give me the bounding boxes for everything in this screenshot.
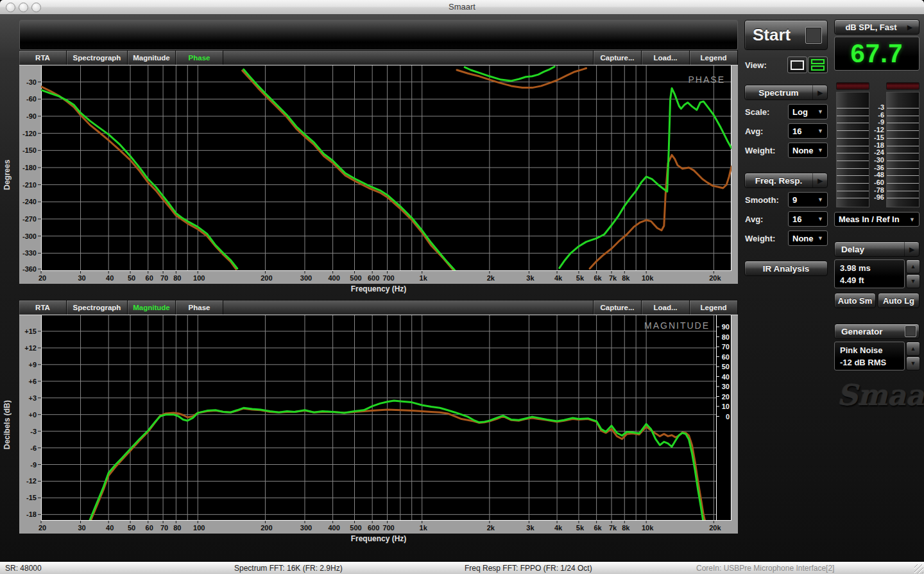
spectrum-avg-select[interactable]: 16 ▼: [788, 123, 828, 139]
single-view-button[interactable]: [787, 57, 807, 73]
tab-rta[interactable]: RTA: [19, 51, 67, 65]
tab-spectrograph[interactable]: Spectrograph: [67, 300, 128, 315]
freq-resp-smooth-select[interactable]: 9 ▼: [788, 192, 828, 207]
generator-level-value: -12 dB RMS: [840, 356, 899, 369]
meter-scale-label: -6: [869, 111, 884, 119]
svg-text:2k: 2k: [487, 274, 495, 282]
svg-text:+0: +0: [28, 411, 37, 419]
meter-tick: [837, 146, 869, 146]
legend-button[interactable]: Legend: [690, 300, 738, 315]
svg-text:70: 70: [160, 524, 168, 532]
svg-text:400: 400: [328, 274, 339, 282]
svg-text:2k: 2k: [487, 524, 495, 532]
tab-rta[interactable]: RTA: [19, 300, 67, 315]
auto-small-label: Auto Sm: [835, 296, 875, 306]
legend-button[interactable]: Legend: [690, 51, 738, 65]
svg-text:50: 50: [128, 524, 135, 532]
generator-signal-value: Pink Noise: [840, 344, 899, 356]
delay-decrement-button[interactable]: ▼: [906, 274, 920, 288]
delay-increment-button[interactable]: ▲: [906, 259, 920, 274]
svg-text:30: 30: [722, 383, 730, 390]
resize-grip-icon[interactable]: [914, 564, 923, 573]
freq-resp-weight-select[interactable]: None ▼: [788, 230, 828, 246]
freq-resp-smooth-value: 9: [792, 195, 817, 205]
svg-text:40: 40: [106, 524, 114, 532]
meter-tick: [837, 108, 869, 109]
meter-scale-label: -60: [869, 178, 884, 186]
meter-tick: [887, 168, 919, 169]
spl-mode-button[interactable]: dB SPL, Fast ▶: [834, 19, 920, 35]
svg-text:40: 40: [106, 274, 114, 282]
meter-tick: [837, 138, 869, 139]
tab-phase[interactable]: Phase: [176, 300, 223, 315]
spl-value: 67.7: [851, 48, 903, 60]
magnitude-chart[interactable]: +15+12+9+6+3+0-3-6-9-12-15-1820304050607…: [19, 315, 738, 534]
freq-resp-avg-select[interactable]: 16 ▼: [788, 211, 828, 227]
ir-analysis-button[interactable]: IR Analysis: [744, 261, 828, 276]
meter-scale-label: -48: [869, 171, 884, 178]
spectrum-weight-label: Weight:: [745, 146, 775, 155]
meter-tick: [887, 108, 919, 109]
phase-x-axis-title: Frequency (Hz): [19, 284, 738, 296]
svg-text:7k: 7k: [609, 524, 617, 532]
delay-flyout-arrow-icon: ▶: [904, 242, 919, 256]
tab-magnitude[interactable]: Magnitude: [128, 51, 176, 65]
magnitude-pane: RTASpectrographMagnitudePhaseCapture...L…: [19, 300, 738, 546]
phase-pane-header: [19, 20, 738, 50]
delay-header-label: Delay: [835, 245, 904, 254]
meter-scale-label: -24: [869, 148, 884, 156]
svg-text:-360: -360: [22, 265, 37, 273]
svg-text:20: 20: [38, 524, 46, 532]
generator-on-indicator[interactable]: [905, 326, 916, 337]
input-select[interactable]: Meas In / Ref In ▼: [834, 212, 920, 227]
generator-header-button[interactable]: Generator: [834, 324, 920, 339]
dual-view-button[interactable]: [808, 57, 828, 73]
title-bar: Smaart: [0, 0, 924, 15]
generator-decrement-button[interactable]: ▼: [906, 356, 920, 370]
generator-increment-button[interactable]: ▲: [906, 342, 920, 356]
svg-text:-180: -180: [22, 164, 37, 171]
smaart-window: Smaart Degrees Decibels (dB) RTASpectrog…: [0, 0, 924, 574]
spectrum-scale-value: Log: [792, 107, 817, 117]
load--button[interactable]: Load...: [642, 300, 690, 315]
auto-large-button[interactable]: Auto Lg: [878, 293, 920, 308]
meter-tick: [887, 123, 919, 123]
svg-text:500: 500: [350, 274, 361, 282]
ref-level-meter: [886, 92, 920, 207]
spectrum-header-button[interactable]: Spectrum ▶: [744, 85, 828, 100]
capture--button[interactable]: Capture...: [594, 51, 642, 65]
meter-tick: [887, 138, 919, 139]
meter-scale-label: -3: [869, 103, 884, 111]
tab-phase[interactable]: Phase: [176, 51, 223, 65]
single-pane-icon: [791, 60, 804, 70]
tab-magnitude[interactable]: Magnitude: [128, 300, 176, 315]
svg-text:+9: +9: [28, 361, 37, 369]
phase-y-axis-title: Degrees: [3, 104, 15, 245]
status-bar: SR: 48000 Spectrum FFT: 16K (FR: 2.9Hz) …: [0, 560, 924, 574]
magnitude-plot-label: MAGNITUDE: [644, 320, 710, 331]
load--button[interactable]: Load...: [642, 51, 690, 65]
svg-text:3k: 3k: [526, 524, 535, 532]
main-content: Degrees Decibels (dB) RTASpectrographMag…: [0, 14, 924, 560]
meter-tick: [837, 175, 869, 176]
delay-readout: 3.98 ms 4.49 ft: [834, 259, 905, 288]
svg-text:80: 80: [722, 333, 730, 341]
meter-scale-label: -18: [869, 141, 884, 149]
auto-small-button[interactable]: Auto Sm: [834, 293, 876, 308]
input-select-value: Meas In / Ref In: [839, 214, 909, 224]
start-button[interactable]: Start: [744, 20, 828, 50]
spectrum-weight-select[interactable]: None ▼: [788, 143, 828, 158]
spectrum-scale-select[interactable]: Log ▼: [788, 104, 828, 119]
meter-tick: [837, 130, 869, 131]
meter-tick: [837, 183, 869, 184]
delay-header-button[interactable]: Delay ▶: [834, 241, 920, 257]
svg-text:-18: -18: [26, 510, 37, 518]
svg-text:80: 80: [173, 524, 181, 532]
freq-resp-header-button[interactable]: Freq. Resp. ▶: [744, 173, 828, 188]
phase-chart[interactable]: -30-60-90-120-150-180-210-240-270-300-33…: [19, 65, 738, 284]
window-title: Smaart: [0, 2, 924, 12]
meter-tick: [887, 146, 919, 146]
tab-spectrograph[interactable]: Spectrograph: [67, 51, 128, 65]
svg-text:6k: 6k: [594, 274, 602, 282]
capture--button[interactable]: Capture...: [594, 300, 642, 315]
